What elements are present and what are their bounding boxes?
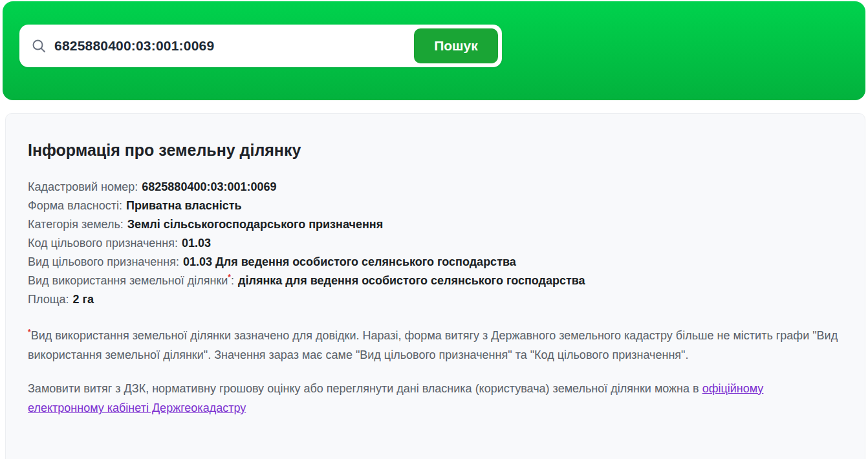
search-input[interactable] bbox=[53, 37, 414, 54]
search-button[interactable]: Пошук bbox=[414, 28, 498, 63]
order-extract-text: Замовити витяг з ДЗК, нормативну грошову… bbox=[28, 382, 699, 395]
row-value: 2 га bbox=[73, 293, 94, 306]
info-row-ownership-form: Форма власності:Приватна власність bbox=[28, 197, 843, 215]
row-separator: : bbox=[119, 199, 122, 212]
land-info-card: Інформація про земельну ділянку Кадастро… bbox=[5, 113, 865, 459]
row-label: Вид цільового призначення bbox=[28, 255, 176, 268]
row-value: 01.03 Для ведення особистого селянського… bbox=[183, 255, 516, 268]
search-bar: Пошук bbox=[19, 25, 502, 67]
row-value: Приватна власність bbox=[126, 199, 242, 212]
search-icon bbox=[31, 38, 47, 54]
info-row-purpose-code: Код цільового призначення:01.03 bbox=[28, 234, 843, 253]
footnote-text: Вид використання земельної ділянки зазна… bbox=[28, 329, 838, 361]
row-label: Форма власності bbox=[28, 199, 119, 212]
row-value: ділянка для ведення особистого селянсько… bbox=[238, 274, 585, 287]
search-header: Пошук bbox=[3, 1, 865, 100]
row-label: Категорія земель bbox=[28, 218, 120, 231]
row-label: Кадастровий номер bbox=[28, 180, 135, 193]
row-value: 01.03 bbox=[182, 237, 211, 250]
row-label: Площа bbox=[28, 293, 65, 306]
info-row-area: Площа:2 га bbox=[28, 290, 843, 309]
row-value: 6825880400:03:001:0069 bbox=[142, 180, 276, 193]
usage-type-footnote: *Вид використання земельної ділянки зазн… bbox=[28, 326, 843, 365]
row-separator: : bbox=[176, 255, 179, 268]
row-label: Вид використання земельної ділянки bbox=[28, 274, 228, 287]
info-row-purpose-type: Вид цільового призначення:01.03 Для веде… bbox=[28, 253, 843, 272]
row-separator: : bbox=[175, 237, 178, 250]
info-rows: Кадастровий номер:6825880400:03:001:0069… bbox=[28, 178, 843, 309]
info-row-cadastral-number: Кадастровий номер:6825880400:03:001:0069 bbox=[28, 178, 843, 197]
row-separator: : bbox=[135, 180, 138, 193]
row-label: Код цільового призначення bbox=[28, 237, 175, 250]
order-extract-paragraph: Замовити витяг з ДЗК, нормативну грошову… bbox=[28, 379, 843, 418]
row-value: Землі сільськогосподарського призначення bbox=[127, 218, 383, 231]
info-row-land-category: Категорія земель:Землі сільськогосподарс… bbox=[28, 215, 843, 234]
row-separator: : bbox=[65, 293, 69, 306]
info-row-usage-type: Вид використання земельної ділянки*:діля… bbox=[28, 272, 843, 290]
row-separator: : bbox=[120, 218, 124, 231]
page-title: Інформація про земельну ділянку bbox=[28, 141, 843, 160]
row-separator: : bbox=[231, 274, 234, 287]
